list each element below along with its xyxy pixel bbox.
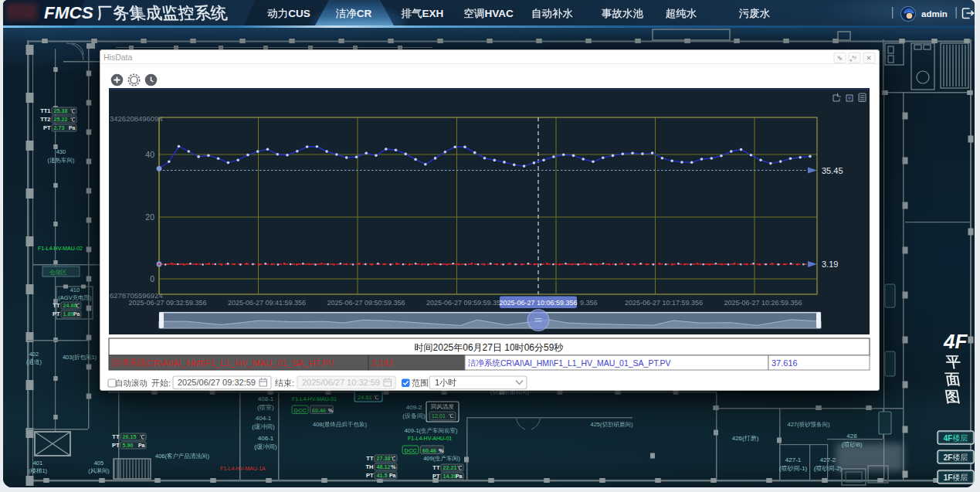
svg-text:EXH: EXH	[422, 8, 444, 19]
svg-text:CR\AI\AI_HMI\F1_L1_HV_MAU_01_S: CR\AI\AI_HMI\F1_L1_HV_MAU_01_SA_PT.PV	[500, 358, 671, 368]
svg-text:3.193: 3.193	[371, 358, 393, 368]
svg-text:CUS: CUS	[288, 8, 310, 19]
svg-text:37.616: 37.616	[771, 358, 798, 368]
svg-text:HVAC: HVAC	[484, 8, 514, 19]
svg-text:2025/06/27 09:32:59: 2025/06/27 09:32:59	[178, 378, 256, 387]
svg-text:FMCS: FMCS	[44, 3, 93, 22]
svg-text:10: 10	[502, 342, 515, 353]
svg-text:2F: 2F	[944, 453, 953, 462]
svg-text:CR: CR	[357, 8, 372, 19]
svg-text:1: 1	[435, 378, 439, 387]
svg-text:4F: 4F	[943, 330, 968, 353]
svg-text:4F: 4F	[944, 434, 953, 443]
svg-text:admin: admin	[921, 9, 948, 19]
svg-text:06: 06	[463, 342, 473, 353]
svg-text:06: 06	[524, 342, 535, 353]
svg-text:1F: 1F	[944, 473, 953, 482]
svg-text:HisData: HisData	[103, 53, 133, 62]
svg-text::: :	[292, 378, 294, 388]
svg-text:59: 59	[544, 342, 554, 353]
svg-text:CR\AI\AI_HMI\F1_L1_HV_MAU_01_S: CR\AI\AI_HMI\F1_L1_HV_MAU_01_SA_HT.PV	[147, 358, 334, 368]
svg-text:2025: 2025	[433, 342, 454, 353]
svg-text::: :	[168, 378, 171, 388]
svg-text:27: 27	[483, 342, 493, 353]
svg-text:2025/06/27 10:32:59: 2025/06/27 10:32:59	[302, 378, 380, 387]
